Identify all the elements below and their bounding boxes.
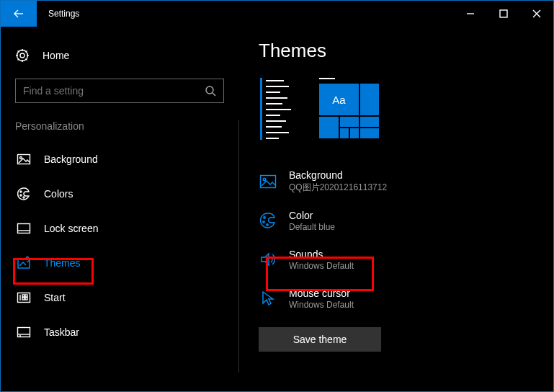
speaker-icon [260,251,276,267]
svg-point-50 [267,224,268,226]
setting-title: Background [289,169,387,181]
svg-rect-29 [22,298,24,300]
taskbar-icon [17,327,30,337]
sidebar-item-taskbar[interactable]: Taskbar [15,318,238,347]
section-header: Personalization [15,120,238,132]
setting-sub: Windows Default [289,261,354,271]
home-label: Home [43,50,69,61]
svg-point-20 [20,195,22,196]
preview-tile-label: Aa [319,84,359,115]
save-theme-button[interactable]: Save theme [259,327,381,352]
setting-color[interactable]: Color Default blue [259,203,539,238]
svg-point-21 [23,197,24,198]
setting-sub: Default blue [289,222,335,232]
svg-point-5 [20,53,24,58]
svg-point-19 [20,191,22,192]
sidebar-item-label: Taskbar [44,326,79,338]
setting-sub: Windows Default [289,300,354,310]
gear-icon [16,49,29,62]
minimize-icon [466,9,475,18]
search-icon [205,85,216,97]
setting-background[interactable]: Background QQ图片20201216113712 [259,164,539,199]
lockscreen-icon [17,223,30,233]
search-input[interactable] [23,85,205,97]
setting-title: Sounds [289,249,354,260]
svg-rect-46 [261,176,276,188]
setting-mouse[interactable]: Mouse cursor Windows Default [259,281,539,316]
svg-point-47 [263,178,266,181]
maximize-button[interactable] [487,1,520,27]
minimize-button[interactable] [454,1,487,27]
window-title: Settings [48,9,79,19]
themes-icon [17,257,30,270]
sidebar-item-label: Start [44,292,66,303]
sidebar-item-start[interactable]: Start [15,283,238,312]
arrow-left-icon [12,7,25,20]
cursor-icon [260,290,276,306]
setting-title: Mouse cursor [289,288,354,299]
setting-sub: QQ图片20201216113712 [289,182,387,194]
svg-rect-30 [25,298,27,300]
svg-rect-27 [22,295,24,297]
close-icon [532,9,541,18]
palette-icon [260,213,276,228]
sidebar-item-colors[interactable]: Colors [15,179,238,208]
home-link[interactable]: Home [15,41,238,70]
start-icon [17,293,30,303]
setting-sounds[interactable]: Sounds Windows Default [259,242,539,277]
svg-point-48 [264,217,265,218]
svg-rect-2 [500,10,507,17]
sidebar-item-lockscreen[interactable]: Lock screen [15,214,238,243]
svg-rect-34 [260,78,262,140]
close-button[interactable] [520,1,553,27]
setting-title: Color [289,210,335,221]
svg-rect-28 [25,295,27,297]
maximize-icon [499,9,508,18]
vertical-divider [238,120,239,373]
sidebar-item-label: Themes [44,257,81,269]
sidebar-item-themes[interactable]: Themes [15,249,238,277]
svg-line-16 [213,93,215,96]
sidebar-item-label: Lock screen [44,223,98,234]
svg-rect-22 [18,224,30,233]
palette-icon [17,187,30,200]
theme-preview-tiles: Aa [319,78,380,140]
back-button[interactable] [1,1,37,27]
svg-point-15 [206,86,213,94]
sidebar-item-background[interactable]: Background [15,145,238,174]
sidebar-item-label: Colors [44,188,73,200]
svg-point-49 [263,221,264,223]
sidebar-item-label: Background [44,153,98,165]
theme-preview-desktop [259,78,309,140]
svg-point-18 [20,157,22,159]
picture-icon [260,175,276,188]
picture-icon [17,154,30,164]
search-box[interactable] [15,79,224,103]
svg-rect-24 [18,259,30,268]
page-title: Themes [259,40,539,62]
